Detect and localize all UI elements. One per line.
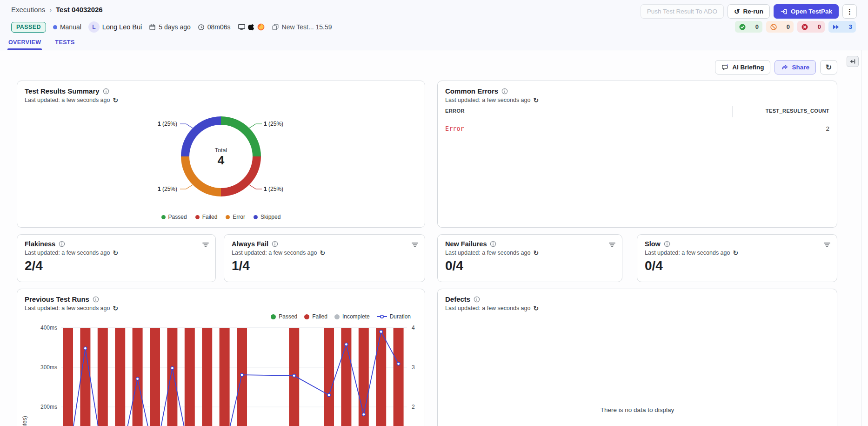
last-updated-label: Last updated: a few seconds ago: [25, 305, 110, 311]
rerun-label: Re-run: [743, 8, 763, 15]
refresh-card-icon[interactable]: ↻: [533, 250, 539, 256]
share-button[interactable]: Share: [775, 60, 816, 74]
prev-runs-chart[interactable]: 400ms300ms200ms432Duration (in minutes): [17, 322, 425, 426]
filter-icon[interactable]: [608, 241, 616, 250]
donut-callout-skipped: 1 (25%): [158, 121, 177, 127]
card-common-errors: Common Errors Last updated: a few second…: [437, 81, 837, 228]
last-updated-label: Last updated: a few seconds ago: [645, 250, 730, 256]
card-new-failures: New Failures Last updated: a few seconds…: [437, 234, 622, 282]
info-icon[interactable]: [664, 241, 670, 247]
legend-item-incomplete[interactable]: Incomplete: [334, 313, 370, 320]
info-icon[interactable]: [272, 241, 278, 247]
run-type: Manual: [53, 23, 81, 31]
run-type-label: Manual: [60, 23, 81, 31]
header: Executions › Test 04032026 Push Test Res…: [0, 0, 868, 50]
error-message: Error: [445, 125, 464, 132]
card-defects: Defects Last updated: a few seconds ago …: [437, 289, 837, 426]
refresh-card-icon[interactable]: ↻: [113, 97, 118, 103]
refresh-card-icon[interactable]: ↻: [113, 250, 118, 256]
execution-overview-page: Executions › Test 04032026 Push Test Res…: [0, 0, 868, 426]
status-badge: PASSED: [11, 22, 46, 33]
tab-tests[interactable]: TESTS: [54, 36, 75, 50]
column-error: ERROR: [445, 108, 465, 114]
ban-icon: [770, 23, 777, 31]
error-count: 2: [826, 125, 829, 132]
donut-callout-failed: 1 (25%): [264, 186, 283, 192]
apple-icon: [248, 23, 255, 31]
rerun-button[interactable]: ↺ Re-run: [728, 4, 770, 19]
slow-value: 0/4: [637, 256, 837, 274]
refresh-dashboard-button[interactable]: ↻: [820, 60, 837, 74]
legend-item-failed[interactable]: Failed: [195, 214, 218, 220]
tab-overview[interactable]: OVERVIEW: [7, 36, 42, 50]
legend-item-passed[interactable]: Passed: [161, 214, 187, 220]
rerun-icon: ↺: [734, 8, 740, 15]
legend-item-duration[interactable]: Duration: [377, 313, 411, 320]
donut-center: Total 4: [189, 125, 253, 188]
legend-item-failed[interactable]: Failed: [304, 313, 327, 320]
filter-icon[interactable]: [202, 241, 209, 250]
info-icon[interactable]: [474, 296, 480, 303]
counter-failed-count: 0: [818, 23, 821, 30]
breadcrumb-separator-icon: ›: [49, 6, 52, 14]
open-testpak-label: Open TestPak: [791, 8, 832, 15]
info-icon[interactable]: [93, 296, 99, 303]
svg-text:200ms: 200ms: [40, 404, 57, 410]
donut-callout-passed: 1 (25%): [264, 121, 283, 127]
clock-icon: [198, 24, 205, 31]
card-title: Slow: [645, 240, 661, 248]
donut-chart[interactable]: Total 4: [181, 116, 261, 196]
info-icon[interactable]: [103, 88, 109, 95]
svg-text:400ms: 400ms: [40, 325, 57, 331]
svg-text:4: 4: [412, 325, 415, 331]
kebab-menu-button[interactable]: ⋮: [842, 4, 857, 19]
breadcrumb-executions[interactable]: Executions: [11, 6, 45, 14]
legend-dot-icon: [254, 215, 258, 219]
push-test-result-button[interactable]: Push Test Result To ADO: [641, 4, 724, 19]
counter-fast-forwarded[interactable]: 3: [828, 21, 856, 33]
ai-briefing-icon: [721, 64, 729, 71]
legend-item-passed[interactable]: Passed: [271, 313, 297, 320]
filter-icon[interactable]: [411, 241, 419, 250]
svg-text:3: 3: [412, 364, 415, 371]
kebab-icon: ⋮: [846, 8, 853, 15]
donut-total-label: Total: [215, 147, 227, 154]
common-errors-row[interactable]: Error 2: [445, 125, 829, 132]
breadcrumb-current: Test 04032026: [56, 6, 103, 14]
refresh-card-icon[interactable]: ↻: [113, 305, 118, 311]
refresh-card-icon[interactable]: ↻: [320, 250, 325, 256]
refresh-card-icon[interactable]: ↻: [533, 305, 539, 311]
info-icon[interactable]: [501, 88, 508, 95]
open-testpak-button[interactable]: Open TestPak: [774, 4, 839, 19]
counter-passed[interactable]: 0: [735, 21, 762, 33]
collapse-panel-button[interactable]: [847, 56, 859, 67]
prev-runs-legend: Passed Failed Incomplete Duration: [271, 313, 411, 320]
new-failures-value: 0/4: [438, 256, 622, 274]
fast-forward-icon: [832, 23, 840, 31]
no-data-message: There is no data to display: [438, 406, 837, 413]
open-testpak-icon: [780, 8, 788, 15]
legend-item-error[interactable]: Error: [226, 214, 245, 220]
counter-failed[interactable]: 0: [797, 21, 825, 33]
legend-item-skipped[interactable]: Skipped: [254, 214, 280, 220]
refresh-card-icon[interactable]: ↻: [733, 250, 738, 256]
refresh-card-icon[interactable]: ↻: [533, 97, 539, 103]
filter-icon[interactable]: [823, 241, 831, 250]
counter-passed-count: 0: [755, 23, 759, 30]
ai-briefing-button[interactable]: AI Briefing: [715, 60, 770, 74]
share-icon: [781, 64, 788, 71]
right-rail-divider: [861, 50, 861, 426]
last-updated-label: Last updated: a few seconds ago: [25, 250, 110, 256]
run-duration: 08m06s: [198, 23, 231, 31]
info-icon[interactable]: [59, 241, 65, 247]
run-owner: L Long Leo Bui: [88, 21, 142, 33]
line-marker-icon: [377, 314, 387, 319]
run-config: New Test... 15.59: [272, 23, 332, 31]
card-test-results-summary: Test Results Summary Last updated: a few…: [17, 81, 425, 228]
last-updated-label: Last updated: a few seconds ago: [445, 305, 530, 311]
info-icon[interactable]: [490, 241, 496, 247]
column-divider: [732, 106, 733, 117]
svg-text:300ms: 300ms: [40, 364, 57, 371]
counter-blocked[interactable]: 0: [766, 21, 794, 33]
calendar-icon: [149, 24, 156, 31]
